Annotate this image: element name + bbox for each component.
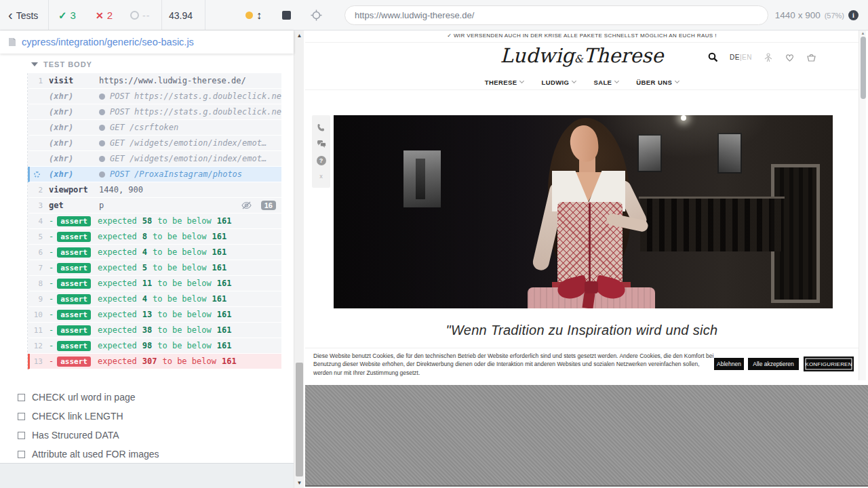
nav-item-sale[interactable]: SALE: [593, 79, 618, 86]
assert-badge: assert: [57, 341, 91, 351]
nav-item-ludwig[interactable]: LUDWIG: [541, 79, 576, 86]
xhr-request: GET /widgets/emotion/index/emot…: [110, 154, 267, 163]
selector-playground-button[interactable]: [311, 9, 322, 21]
scrollbar-thumb[interactable]: [861, 37, 866, 99]
command-row-assert-failed[interactable]: 13 - assert expected 307 to be below 161: [28, 354, 281, 369]
assert-badge: assert: [57, 216, 91, 226]
assert-badge: assert: [57, 263, 91, 273]
back-to-tests-button[interactable]: ‹ Tests: [8, 0, 38, 30]
scrollbar-thumb[interactable]: [296, 363, 303, 476]
command-message: POST https://stats.g.doubleclick.net/…: [99, 92, 281, 101]
assert-expected: 161: [217, 325, 232, 335]
language-switcher[interactable]: DE|EN: [730, 54, 752, 61]
nav-item-ueber-uns[interactable]: ÜBER UNS: [636, 79, 679, 86]
assert-expected: 161: [212, 263, 227, 272]
command-row-assert[interactable]: 8 - assert expected 11 to be below 161: [28, 276, 281, 291]
account-icon[interactable]: [764, 53, 773, 62]
site-scrollbar[interactable]: ▲: [859, 30, 866, 380]
scroll-up-icon[interactable]: ▲: [859, 31, 867, 35]
command-row-assert[interactable]: 10 - assert expected 13 to be below 161: [28, 307, 281, 323]
cookie-decline-button[interactable]: Ablehnen: [714, 358, 744, 370]
test-body-header[interactable]: TEST BODY: [31, 60, 92, 68]
command-row-visit[interactable]: 1 visit https://www.ludwig-therese.de/: [28, 73, 281, 89]
command-number: 1: [30, 77, 49, 85]
test-item[interactable]: Attribute alt used FOR images: [18, 445, 289, 464]
bodice-zipper: [589, 203, 591, 283]
divider: [161, 0, 162, 30]
command-row-xhr[interactable]: (xhr) POST https://stats.g.doubleclick.n…: [28, 89, 281, 104]
get-selector: p: [99, 201, 104, 210]
assert-expected: 161: [217, 216, 232, 226]
test-item[interactable]: CHECK link LENGTH: [18, 407, 289, 426]
command-number: 6: [30, 248, 49, 257]
command-row-viewport[interactable]: 2 viewport 1440, 900: [28, 182, 281, 198]
command-row-xhr[interactable]: (xhr) GET /widgets/emotion/index/emot…: [28, 151, 281, 167]
assert-actual: 4: [142, 247, 147, 257]
scroll-up-icon[interactable]: ▲: [294, 33, 304, 39]
test-item[interactable]: CHECK url word in page: [18, 388, 289, 407]
wishlist-heart-icon[interactable]: [785, 53, 795, 62]
command-number: 7: [30, 264, 49, 272]
command-row-assert[interactable]: 5 - assert expected 8 to be below 161: [28, 229, 281, 245]
command-row-assert[interactable]: 7 - assert expected 5 to be below 161: [28, 260, 281, 276]
widget-close-icon[interactable]: x: [319, 173, 323, 180]
command-message: 1440, 900: [99, 185, 281, 195]
assert-actual: 38: [142, 325, 152, 335]
stop-button[interactable]: [282, 0, 291, 30]
stop-icon: [282, 11, 291, 20]
test-item[interactable]: Has Strucured DATA: [18, 426, 289, 445]
search-icon[interactable]: [708, 52, 718, 62]
command-name: (xhr): [49, 107, 99, 117]
bow-knot: [585, 281, 598, 293]
cookie-consent-bar: Diese Website benutzt Cookies, die für d…: [305, 348, 859, 380]
command-number: 3: [30, 201, 49, 210]
lang-de[interactable]: DE: [730, 54, 740, 61]
command-row-assert[interactable]: 9 - assert expected 4 to be below 161: [28, 291, 281, 307]
command-log-scrollbar[interactable]: ▲ ▼: [294, 30, 304, 488]
command-name: (xhr): [49, 123, 99, 132]
assert-badge: assert: [57, 232, 91, 242]
cookie-accept-all-button[interactable]: Alle akzeptieren: [748, 358, 799, 370]
command-row-xhr[interactable]: (xhr) POST https://stats.g.doubleclick.n…: [28, 104, 281, 120]
spec-file-link[interactable]: cypress/integration/generic/seo-basic.js: [22, 37, 194, 47]
assert-expected: 161: [217, 279, 232, 288]
command-row-xhr-pending[interactable]: (xhr) POST /ProxaInstagram/photos: [28, 167, 281, 182]
cross-icon: ✕: [96, 10, 104, 21]
phone-icon[interactable]: [317, 123, 326, 132]
command-row-get[interactable]: 3 get p 16: [28, 198, 281, 214]
info-icon[interactable]: i: [848, 10, 859, 20]
failed-stat: ✕ 2: [96, 0, 113, 30]
chevron-down-icon: [572, 79, 576, 83]
file-icon: [8, 37, 16, 47]
nav-item-therese[interactable]: THERESE: [485, 79, 524, 86]
chevron-down-icon: [614, 79, 619, 83]
collapse-caret-icon: [31, 62, 38, 66]
assert-actual: 8: [142, 232, 147, 241]
cart-icon[interactable]: [806, 53, 816, 62]
runner-toolbar: ‹ Tests ✓ 3 ✕ 2 -- 43.94 ↕ 1440 x 900 (: [0, 0, 868, 30]
pending-circle-icon: [130, 11, 139, 20]
url-input[interactable]: [344, 5, 768, 25]
help-icon[interactable]: ?: [317, 156, 326, 165]
test-state-icon: [18, 432, 25, 439]
command-row-xhr[interactable]: (xhr) GET /widgets/emotion/index/emot…: [28, 136, 281, 151]
chat-icon[interactable]: [317, 140, 326, 148]
command-number: 5: [30, 232, 49, 241]
xhr-request: GET /widgets/emotion/index/emot…: [110, 138, 267, 148]
cookie-configure-button[interactable]: KONFIGURIEREN: [804, 357, 854, 371]
command-row-assert[interactable]: 11 - assert expected 38 to be below 161: [28, 323, 281, 338]
app-under-test-viewport: ✓ WIR VERSENDEN AUCH IN DER KRISE ALLE P…: [305, 30, 868, 380]
command-row-assert[interactable]: 6 - assert expected 4 to be below 161: [28, 245, 281, 260]
xhr-request: GET /csrftoken: [110, 123, 178, 132]
command-row-assert[interactable]: 12 - assert expected 98 to be below 161: [28, 338, 281, 354]
command-name: viewport: [49, 185, 99, 195]
eye-slash-icon[interactable]: [241, 201, 252, 209]
command-row-xhr[interactable]: (xhr) GET /csrftoken: [28, 120, 281, 136]
viewport-size: 1440 x 900: [775, 10, 821, 20]
auto-scroll-toggle[interactable]: ↕: [245, 0, 262, 30]
command-row-assert[interactable]: 4 - assert expected 58 to be below 161: [28, 214, 281, 229]
scroll-down-icon[interactable]: ▼: [294, 480, 304, 486]
lang-en[interactable]: EN: [742, 54, 752, 61]
assert-expected: 161: [222, 357, 237, 366]
assert-expected: 161: [212, 294, 227, 304]
